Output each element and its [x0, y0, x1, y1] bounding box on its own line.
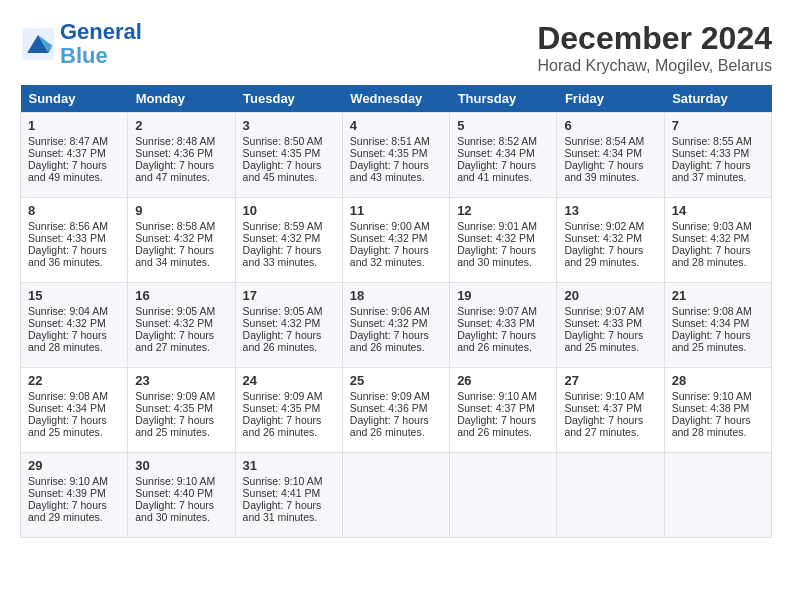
month-title: December 2024: [537, 20, 772, 57]
sunset-text: Sunset: 4:35 PM: [243, 402, 335, 414]
weekday-header-wednesday: Wednesday: [342, 85, 449, 113]
daylight-text: Daylight: 7 hours and 39 minutes.: [564, 159, 656, 183]
daylight-text: Daylight: 7 hours and 47 minutes.: [135, 159, 227, 183]
calendar-cell: [450, 453, 557, 538]
sunset-text: Sunset: 4:34 PM: [564, 147, 656, 159]
sunset-text: Sunset: 4:36 PM: [135, 147, 227, 159]
sunrise-text: Sunrise: 9:05 AM: [135, 305, 227, 317]
sunrise-text: Sunrise: 9:10 AM: [243, 475, 335, 487]
sunset-text: Sunset: 4:35 PM: [350, 147, 442, 159]
sunset-text: Sunset: 4:37 PM: [564, 402, 656, 414]
calendar-cell: 24Sunrise: 9:09 AMSunset: 4:35 PMDayligh…: [235, 368, 342, 453]
calendar-week-row: 15Sunrise: 9:04 AMSunset: 4:32 PMDayligh…: [21, 283, 772, 368]
daylight-text: Daylight: 7 hours and 25 minutes.: [672, 329, 764, 353]
sunset-text: Sunset: 4:32 PM: [243, 317, 335, 329]
location-subtitle: Horad Krychaw, Mogilev, Belarus: [537, 57, 772, 75]
sunset-text: Sunset: 4:32 PM: [135, 317, 227, 329]
sunrise-text: Sunrise: 9:08 AM: [672, 305, 764, 317]
daylight-text: Daylight: 7 hours and 45 minutes.: [243, 159, 335, 183]
calendar-cell: [557, 453, 664, 538]
daylight-text: Daylight: 7 hours and 26 minutes.: [243, 414, 335, 438]
day-number: 16: [135, 288, 227, 303]
daylight-text: Daylight: 7 hours and 26 minutes.: [457, 329, 549, 353]
sunrise-text: Sunrise: 8:48 AM: [135, 135, 227, 147]
day-number: 25: [350, 373, 442, 388]
sunset-text: Sunset: 4:34 PM: [28, 402, 120, 414]
day-number: 1: [28, 118, 120, 133]
weekday-header-tuesday: Tuesday: [235, 85, 342, 113]
calendar-cell: 23Sunrise: 9:09 AMSunset: 4:35 PMDayligh…: [128, 368, 235, 453]
title-section: December 2024 Horad Krychaw, Mogilev, Be…: [537, 20, 772, 75]
calendar-cell: 9Sunrise: 8:58 AMSunset: 4:32 PMDaylight…: [128, 198, 235, 283]
weekday-header-sunday: Sunday: [21, 85, 128, 113]
sunrise-text: Sunrise: 9:09 AM: [135, 390, 227, 402]
sunset-text: Sunset: 4:33 PM: [672, 147, 764, 159]
calendar-cell: 17Sunrise: 9:05 AMSunset: 4:32 PMDayligh…: [235, 283, 342, 368]
logo-line1: General: [60, 19, 142, 44]
sunset-text: Sunset: 4:34 PM: [672, 317, 764, 329]
sunset-text: Sunset: 4:32 PM: [28, 317, 120, 329]
sunrise-text: Sunrise: 9:10 AM: [28, 475, 120, 487]
daylight-text: Daylight: 7 hours and 30 minutes.: [135, 499, 227, 523]
sunset-text: Sunset: 4:35 PM: [135, 402, 227, 414]
calendar-week-row: 22Sunrise: 9:08 AMSunset: 4:34 PMDayligh…: [21, 368, 772, 453]
daylight-text: Daylight: 7 hours and 29 minutes.: [564, 244, 656, 268]
calendar-week-row: 1Sunrise: 8:47 AMSunset: 4:37 PMDaylight…: [21, 113, 772, 198]
sunrise-text: Sunrise: 9:01 AM: [457, 220, 549, 232]
calendar-cell: 5Sunrise: 8:52 AMSunset: 4:34 PMDaylight…: [450, 113, 557, 198]
sunrise-text: Sunrise: 9:10 AM: [135, 475, 227, 487]
day-number: 30: [135, 458, 227, 473]
sunset-text: Sunset: 4:37 PM: [28, 147, 120, 159]
sunrise-text: Sunrise: 9:00 AM: [350, 220, 442, 232]
sunrise-text: Sunrise: 9:05 AM: [243, 305, 335, 317]
sunrise-text: Sunrise: 8:59 AM: [243, 220, 335, 232]
calendar-cell: [342, 453, 449, 538]
calendar-cell: 8Sunrise: 8:56 AMSunset: 4:33 PMDaylight…: [21, 198, 128, 283]
daylight-text: Daylight: 7 hours and 36 minutes.: [28, 244, 120, 268]
calendar-cell: 28Sunrise: 9:10 AMSunset: 4:38 PMDayligh…: [664, 368, 771, 453]
calendar-cell: 27Sunrise: 9:10 AMSunset: 4:37 PMDayligh…: [557, 368, 664, 453]
day-number: 9: [135, 203, 227, 218]
day-number: 3: [243, 118, 335, 133]
calendar-cell: 10Sunrise: 8:59 AMSunset: 4:32 PMDayligh…: [235, 198, 342, 283]
daylight-text: Daylight: 7 hours and 27 minutes.: [135, 329, 227, 353]
day-number: 29: [28, 458, 120, 473]
calendar-cell: 30Sunrise: 9:10 AMSunset: 4:40 PMDayligh…: [128, 453, 235, 538]
sunset-text: Sunset: 4:32 PM: [350, 317, 442, 329]
calendar-cell: 1Sunrise: 8:47 AMSunset: 4:37 PMDaylight…: [21, 113, 128, 198]
calendar-cell: 7Sunrise: 8:55 AMSunset: 4:33 PMDaylight…: [664, 113, 771, 198]
day-number: 28: [672, 373, 764, 388]
calendar-table: SundayMondayTuesdayWednesdayThursdayFrid…: [20, 85, 772, 538]
daylight-text: Daylight: 7 hours and 34 minutes.: [135, 244, 227, 268]
daylight-text: Daylight: 7 hours and 26 minutes.: [350, 414, 442, 438]
sunrise-text: Sunrise: 9:10 AM: [564, 390, 656, 402]
day-number: 22: [28, 373, 120, 388]
sunset-text: Sunset: 4:34 PM: [457, 147, 549, 159]
day-number: 19: [457, 288, 549, 303]
sunrise-text: Sunrise: 9:09 AM: [243, 390, 335, 402]
daylight-text: Daylight: 7 hours and 26 minutes.: [457, 414, 549, 438]
sunrise-text: Sunrise: 9:10 AM: [457, 390, 549, 402]
sunrise-text: Sunrise: 9:03 AM: [672, 220, 764, 232]
sunrise-text: Sunrise: 8:58 AM: [135, 220, 227, 232]
day-number: 13: [564, 203, 656, 218]
sunset-text: Sunset: 4:35 PM: [243, 147, 335, 159]
day-number: 27: [564, 373, 656, 388]
sunset-text: Sunset: 4:38 PM: [672, 402, 764, 414]
sunrise-text: Sunrise: 8:54 AM: [564, 135, 656, 147]
page-header: General Blue December 2024 Horad Krychaw…: [20, 20, 772, 75]
daylight-text: Daylight: 7 hours and 29 minutes.: [28, 499, 120, 523]
sunset-text: Sunset: 4:39 PM: [28, 487, 120, 499]
sunrise-text: Sunrise: 8:56 AM: [28, 220, 120, 232]
calendar-week-row: 8Sunrise: 8:56 AMSunset: 4:33 PMDaylight…: [21, 198, 772, 283]
daylight-text: Daylight: 7 hours and 28 minutes.: [28, 329, 120, 353]
daylight-text: Daylight: 7 hours and 25 minutes.: [564, 329, 656, 353]
sunset-text: Sunset: 4:33 PM: [564, 317, 656, 329]
sunrise-text: Sunrise: 8:52 AM: [457, 135, 549, 147]
logo-text: General Blue: [60, 20, 142, 68]
logo-icon: [20, 26, 56, 62]
weekday-header-saturday: Saturday: [664, 85, 771, 113]
calendar-cell: 25Sunrise: 9:09 AMSunset: 4:36 PMDayligh…: [342, 368, 449, 453]
sunset-text: Sunset: 4:32 PM: [135, 232, 227, 244]
calendar-week-row: 29Sunrise: 9:10 AMSunset: 4:39 PMDayligh…: [21, 453, 772, 538]
